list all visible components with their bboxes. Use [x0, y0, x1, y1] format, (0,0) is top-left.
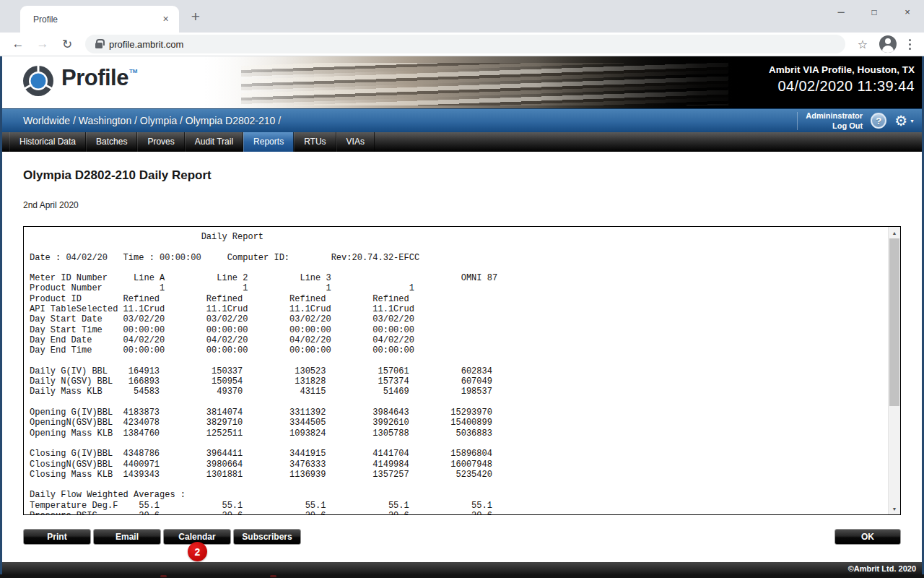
nav-tab-bar: Historical Data Batches Proves Audit Tra…	[2, 132, 922, 152]
report-text: Daily Report Date : 04/02/20 Time : 00:0…	[24, 227, 888, 514]
profile-logo-icon	[22, 64, 55, 98]
site-info: Ambrit VIA Profile, Houston, TX 04/02/20…	[769, 64, 915, 95]
page-title: Olympia D2802-210 Daily Report	[23, 168, 901, 183]
settings-menu[interactable]: ⚙ ▼	[894, 113, 915, 128]
help-icon[interactable]: ?	[871, 113, 886, 129]
app-footer: ©Ambrit Ltd. 2020	[2, 562, 922, 574]
url-text: profile.ambrit.com	[109, 39, 183, 50]
taskbar-sliver	[0, 574, 924, 578]
window-close-button[interactable]: ×	[891, 0, 924, 24]
tab-proves[interactable]: Proves	[137, 132, 184, 152]
scroll-up-button[interactable]: ▲	[889, 227, 900, 238]
calendar-notification-badge: 2	[188, 542, 207, 561]
app-header: Profile TM Ambrit VIA Profile, Houston, …	[2, 56, 922, 108]
copyright-text: ©Ambrit Ltd. 2020	[848, 564, 916, 573]
session-divider	[797, 112, 798, 130]
email-button[interactable]: Email	[93, 529, 161, 545]
browser-tab[interactable]: Profile ×	[20, 6, 179, 33]
report-scrollbar[interactable]: ▲ ▼	[888, 227, 900, 514]
scrollbar-thumb[interactable]	[889, 238, 899, 406]
breadcrumb-bar: Worldwide / Washington / Olympia / Olymp…	[2, 108, 922, 132]
logout-link[interactable]: Log Out	[806, 121, 863, 131]
site-name: Ambrit VIA Profile, Houston, TX	[769, 64, 915, 75]
session-controls: Admininstrator Log Out ? ⚙ ▼	[797, 111, 915, 131]
forward-icon[interactable]: →	[32, 34, 53, 54]
app-frame: Profile TM Ambrit VIA Profile, Houston, …	[0, 56, 924, 574]
back-icon[interactable]: ←	[8, 34, 28, 54]
report-page: Olympia D2802-210 Daily Report 2nd April…	[2, 152, 922, 562]
site-datetime: 04/02/2020 11:39:44	[769, 78, 915, 95]
window-controls: ─ □ ×	[824, 0, 924, 24]
reload-icon[interactable]: ↻	[57, 34, 77, 54]
ok-button[interactable]: OK	[834, 529, 901, 545]
scroll-down-button[interactable]: ▼	[889, 503, 900, 514]
tab-batches[interactable]: Batches	[86, 132, 137, 152]
session-text: Admininstrator Log Out	[806, 111, 863, 131]
report-viewer: Daily Report Date : 04/02/20 Time : 00:0…	[23, 226, 901, 515]
logged-in-user: Admininstrator	[806, 111, 863, 121]
url-bar[interactable]: profile.ambrit.com	[85, 35, 845, 53]
window-maximize-button[interactable]: □	[858, 0, 891, 24]
brand-name: Profile	[61, 65, 128, 91]
browser-menu-icon[interactable]	[909, 39, 911, 50]
bookmark-star-icon[interactable]: ☆	[858, 38, 868, 51]
gear-icon: ⚙	[894, 113, 907, 128]
action-button-row: Print Email Calendar Subscribers 2 OK	[23, 529, 901, 545]
tab-close-icon[interactable]: ×	[160, 13, 172, 25]
new-tab-button[interactable]: +	[185, 7, 206, 26]
window-minimize-button[interactable]: ─	[824, 0, 858, 24]
subscribers-button[interactable]: Subscribers	[233, 529, 301, 545]
tab-title: Profile	[33, 14, 160, 25]
tab-historical-data[interactable]: Historical Data	[9, 132, 86, 152]
browser-toolbar: ← → ↻ profile.ambrit.com ☆	[0, 33, 924, 56]
brand-trademark: TM	[129, 68, 138, 74]
lock-icon	[95, 43, 103, 48]
profile-brand: Profile TM	[22, 64, 138, 98]
breadcrumb[interactable]: Worldwide / Washington / Olympia / Olymp…	[23, 115, 281, 126]
tab-rtus[interactable]: RTUs	[294, 132, 336, 152]
tab-audit-trail[interactable]: Audit Trail	[185, 132, 243, 152]
browser-tabstrip: Profile × + ─ □ ×	[0, 0, 924, 33]
print-button[interactable]: Print	[23, 529, 91, 545]
report-date: 2nd April 2020	[23, 200, 901, 210]
tab-vias[interactable]: VIAs	[336, 132, 375, 152]
browser-window: Profile × + ─ □ × ← → ↻ profile.ambrit.c…	[0, 0, 924, 578]
tab-reports[interactable]: Reports	[243, 132, 294, 152]
caret-down-icon: ▼	[910, 118, 915, 124]
profile-avatar-icon[interactable]	[879, 35, 897, 53]
